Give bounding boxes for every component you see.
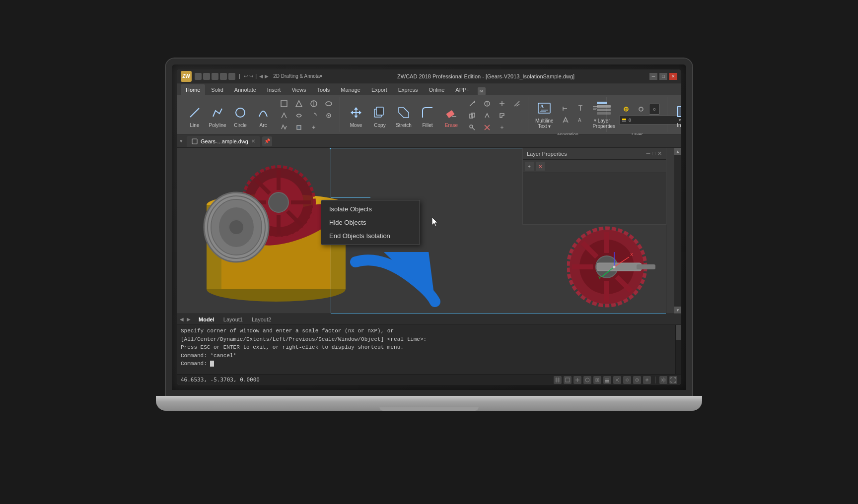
workspace-selector[interactable]: 2D Drafting & Annota▾ bbox=[273, 73, 322, 79]
viewport[interactable]: X Y Isolate Obje bbox=[177, 148, 681, 314]
tab-views[interactable]: Views bbox=[286, 84, 311, 95]
tool-multiline-text[interactable]: A MultilineText ▾ bbox=[533, 98, 556, 130]
nav-icon[interactable]: ◀ bbox=[259, 73, 263, 79]
file-tab[interactable]: Gears-...ample.dwg ✕ bbox=[187, 136, 260, 147]
tab-nav-next[interactable]: ▶ bbox=[187, 316, 191, 322]
panel-min[interactable]: ─ bbox=[646, 150, 650, 157]
tab-manage[interactable]: Manage bbox=[336, 84, 365, 95]
annot-sm-5[interactable]: A bbox=[573, 115, 587, 126]
tab-home[interactable]: Home bbox=[181, 84, 205, 95]
minimize-button[interactable]: ─ bbox=[649, 73, 657, 80]
tab-express[interactable]: Express bbox=[393, 84, 423, 95]
draw-small-5[interactable] bbox=[277, 110, 291, 121]
fullscreen-icon[interactable] bbox=[669, 376, 677, 384]
status-lineweight[interactable] bbox=[603, 376, 611, 384]
modify-sm-3[interactable] bbox=[495, 98, 509, 109]
tool-insert[interactable]: Insert bbox=[672, 103, 681, 129]
tab-layout2[interactable]: Layout2 bbox=[249, 315, 274, 323]
tab-annotate[interactable]: Annotate bbox=[229, 84, 261, 95]
tool-layer-properties[interactable]: Layer Properties bbox=[590, 98, 617, 130]
panel-delete[interactable]: ✕ bbox=[536, 162, 545, 171]
settings-icon[interactable] bbox=[659, 376, 667, 384]
status-osnap[interactable] bbox=[593, 376, 601, 384]
status-grid[interactable] bbox=[554, 376, 562, 384]
annot-sm-2[interactable] bbox=[573, 103, 587, 114]
annot-sm-4[interactable] bbox=[559, 115, 572, 126]
tab-insert[interactable]: Insert bbox=[262, 84, 286, 95]
toolbar-icon[interactable] bbox=[212, 73, 218, 80]
scroll-down[interactable]: ▼ bbox=[674, 307, 681, 314]
annot-sm-1[interactable] bbox=[559, 103, 572, 114]
toolbar-icon[interactable] bbox=[220, 73, 227, 80]
close-button[interactable]: ✕ bbox=[669, 73, 677, 80]
tool-polyline[interactable]: Polyline bbox=[207, 103, 228, 129]
draw-small-7[interactable] bbox=[307, 110, 321, 121]
context-menu[interactable]: Isolate Objects Hide Objects End Objects… bbox=[321, 200, 420, 245]
tool-copy[interactable]: Copy bbox=[369, 103, 391, 129]
status-polar[interactable] bbox=[583, 376, 591, 384]
layer-sm-1[interactable] bbox=[619, 104, 633, 115]
draw-small-9[interactable] bbox=[277, 122, 291, 133]
status-3d-osnap[interactable] bbox=[633, 376, 641, 384]
draw-small-11[interactable]: + bbox=[307, 122, 321, 133]
modify-sm-2[interactable] bbox=[480, 98, 494, 109]
status-ortho[interactable] bbox=[573, 376, 581, 384]
cmd-scrollbar[interactable] bbox=[675, 325, 681, 374]
panel-max[interactable]: □ bbox=[652, 150, 655, 157]
panel-new[interactable]: + bbox=[525, 162, 534, 171]
pin-button[interactable]: 📌 bbox=[262, 136, 272, 146]
modify-sm-9[interactable] bbox=[480, 122, 494, 133]
panel-close[interactable]: ✕ bbox=[657, 150, 662, 157]
modify-sm-6[interactable] bbox=[480, 110, 494, 121]
draw-small-4[interactable] bbox=[322, 98, 336, 109]
status-transparency[interactable] bbox=[613, 376, 621, 384]
toolbar-icon[interactable] bbox=[195, 73, 202, 80]
toolbar-icon[interactable] bbox=[228, 73, 235, 80]
tab-solid[interactable]: Solid bbox=[206, 84, 228, 95]
tab-close-button[interactable]: ✕ bbox=[251, 138, 255, 144]
status-snap[interactable] bbox=[564, 376, 572, 384]
draw-small-8[interactable] bbox=[322, 110, 336, 121]
tab-model[interactable]: Model bbox=[196, 315, 217, 323]
tool-line[interactable]: Line bbox=[184, 103, 206, 129]
tab-arrow[interactable]: ▾ bbox=[180, 138, 183, 144]
tab-tools[interactable]: Tools bbox=[312, 84, 335, 95]
undo-icon[interactable]: ↩ bbox=[244, 73, 248, 79]
tool-arc[interactable]: Arc bbox=[252, 103, 274, 129]
menu-item-isolate[interactable]: Isolate Objects bbox=[321, 202, 420, 216]
draw-small-2[interactable] bbox=[292, 98, 306, 109]
status-sel-cycle[interactable] bbox=[623, 376, 631, 384]
tab-export[interactable]: Export bbox=[366, 84, 392, 95]
tool-fillet[interactable]: Fillet bbox=[417, 103, 438, 129]
mail-icon[interactable]: ✉ bbox=[478, 87, 486, 95]
tab-nav-prev[interactable]: ◀ bbox=[180, 316, 184, 322]
draw-small-1[interactable] bbox=[277, 98, 291, 109]
tab-app[interactable]: APP+ bbox=[450, 84, 474, 95]
toolbar-icon[interactable] bbox=[203, 73, 210, 80]
layer-sm-2[interactable] bbox=[634, 104, 648, 115]
tool-erase[interactable]: Erase bbox=[440, 103, 462, 129]
scroll-track[interactable] bbox=[674, 155, 681, 307]
cmd-scroll-thumb[interactable] bbox=[676, 325, 681, 340]
modify-sm-5[interactable] bbox=[465, 110, 479, 121]
tool-circle[interactable]: Circle bbox=[229, 103, 251, 129]
draw-small-3[interactable] bbox=[307, 98, 321, 109]
modify-sm-1[interactable] bbox=[465, 98, 479, 109]
draw-small-10[interactable] bbox=[292, 122, 306, 133]
menu-item-hide[interactable]: Hide Objects bbox=[321, 216, 420, 229]
draw-small-6[interactable] bbox=[292, 110, 306, 121]
modify-sm-7[interactable] bbox=[495, 110, 509, 121]
modify-sm-4[interactable] bbox=[510, 98, 524, 109]
scroll-up[interactable]: ▲ bbox=[674, 148, 681, 155]
tool-move[interactable]: Move bbox=[345, 103, 367, 129]
status-dyn-ucs[interactable] bbox=[643, 376, 651, 384]
tab-online[interactable]: Online bbox=[424, 84, 450, 95]
tab-layout1[interactable]: Layout1 bbox=[220, 315, 246, 323]
layer-sm-3[interactable]: 0 bbox=[649, 104, 660, 115]
tool-stretch[interactable]: Stretch bbox=[393, 103, 415, 129]
modify-sm-10[interactable]: + bbox=[495, 122, 509, 133]
redo-icon[interactable]: ↪ bbox=[249, 73, 253, 79]
modify-sm-8[interactable] bbox=[465, 122, 479, 133]
nav-icon[interactable]: ▶ bbox=[265, 73, 269, 79]
menu-item-end-isolation[interactable]: End Objects Isolation bbox=[321, 229, 420, 243]
